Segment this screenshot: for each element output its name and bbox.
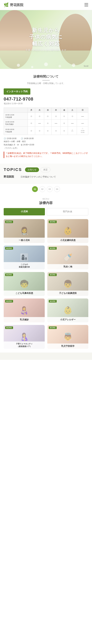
morning-wed: ○ <box>44 113 51 120</box>
schedule-table: 月 火 水 木 金 土 日 10:00-13:00午前診療 ○ ○ ○ ○ ○ … <box>4 108 88 135</box>
table-header-mon: 月 <box>28 108 35 113</box>
topics-section: TOPICS お知らせ 未定 野花医院 日本脳炎ワクチンのご予約について <box>0 164 92 184</box>
logo-icon: 🌿 <box>4 2 9 7</box>
infant-wed: ○ <box>44 120 51 127</box>
infant-checkup-note: 乳幼児健診 月・木・金 14:00〜15:00 <box>4 144 88 146</box>
clinic-name: 野花医院 <box>4 175 18 178</box>
dot-1[interactable]: 01 <box>32 186 38 192</box>
service-infant-label: 乳児予防医学 <box>47 344 88 349</box>
hero-title: 新生児から 子供の病気に 幅広く対応 <box>26 27 66 47</box>
infant-sat: — <box>68 120 77 127</box>
infant-thu: — <box>52 120 60 127</box>
topics-tab-active[interactable]: お知らせ <box>25 168 39 172</box>
afternoon-mon: ○ <box>28 127 35 135</box>
vaccine-note: （ワクチンも可） <box>4 147 88 150</box>
menu-title: 診療内容 <box>4 201 88 205</box>
morning-mon: ○ <box>28 113 35 120</box>
table-header-wed: 水 <box>44 108 51 113</box>
more-badge-breast: MORE <box>5 300 13 302</box>
tab-pediatrics[interactable]: 小児科 <box>4 208 45 216</box>
more-badge-allergy: MORE <box>49 300 57 302</box>
logo: 🌿 野花医院 <box>4 2 23 7</box>
topics-tab-inactive[interactable]: 未定 <box>40 167 50 172</box>
service-developmental-label: こどもの発達支援外来 <box>4 262 45 270</box>
dot-3[interactable]: 03 <box>47 186 52 192</box>
morning-sat: ○ <box>68 113 77 120</box>
dot-4[interactable]: 04 <box>54 186 60 192</box>
table-row-morning: 10:00-13:00午前診療 ○ ○ ○ ○ ○ ○ — <box>4 113 88 120</box>
afternoon-label: 15:00-18:00午後診療 <box>4 127 28 135</box>
hamburger-menu-button[interactable]: ☰ <box>84 2 88 8</box>
hero-title-line2: 子供の病気に <box>26 34 66 40</box>
net-booking-button[interactable]: インターネット予約 <box>4 88 30 95</box>
more-badge-general: MORE <box>5 220 13 223</box>
phone-number: 047-712-9708 <box>4 96 88 102</box>
table-header-sun: 日 <box>77 108 88 113</box>
schedule-section: 診療時間について 予防接種は土曜・日曜を実施しています。 インターネット予約 0… <box>0 69 92 164</box>
afternoon-fri: ○ <box>60 127 68 135</box>
hero-subtitle: 子育ての心ひとときに寄り添います <box>26 49 66 52</box>
morning-label: 10:00-13:00午前診療 <box>4 113 28 120</box>
service-pediatric-disease[interactable]: 👶 MORE 小児皮膚科疾患 <box>47 219 88 243</box>
service-breast-label: 乳児健診 <box>4 317 45 322</box>
afternoon-thu: ○ <box>52 127 60 135</box>
afternoon-sat: △ <box>68 127 77 135</box>
afternoon-sun: □13:0014:00 <box>77 127 88 135</box>
menu-tabs: 小児科 専門外来 <box>4 208 88 216</box>
clinic-news-text: 日本脳炎ワクチンのご予約について <box>20 175 56 178</box>
service-growth-label: 乳幼く検 <box>47 264 88 270</box>
table-header-sat: 土 <box>68 108 77 113</box>
table-header-thu: 木 <box>52 108 60 113</box>
service-infant[interactable]: 👼 MORE 乳児予防医学 <box>47 325 88 349</box>
infant-mon: ○ <box>28 120 35 127</box>
more-badge-developmental: MORE <box>5 247 13 250</box>
infant-fri: ○ <box>60 120 68 127</box>
service-mom[interactable]: 🤱 MORE 子育てとマタニティ（産前産後ケア） <box>4 325 45 349</box>
schedule-subtitle: 予防接種は土曜・日曜を実施しています。 <box>4 82 88 85</box>
schedule-title: 診療時間について <box>4 74 88 80</box>
clinic-info: 野花医院 日本脳炎ワクチンのご予約について <box>4 175 88 178</box>
service-nose-label: 子どもの副鼻腔疾 <box>47 290 88 296</box>
infant-tue: — <box>35 120 44 127</box>
more-badge-mom: MORE <box>5 326 13 329</box>
morning-thu: ○ <box>52 113 60 120</box>
infant-sun: — <box>77 120 88 127</box>
service-pediatric-label: 小児皮膚科疾患 <box>47 238 88 243</box>
service-ear[interactable]: 🧒 MORE こども耳鼻科疾患 <box>4 272 45 296</box>
clock-icon-1: 🕑 <box>4 138 6 140</box>
table-row-afternoon: 15:00-18:00午後診療 ○ ○ ○ ○ ○ △ □13:0014:00 <box>4 127 88 135</box>
holiday-note: 休診日＝火曜・水曜・祝日 <box>4 140 88 143</box>
time-note-1: 🕑 13:00-16:00 🕑 14:00-16:00 <box>4 138 88 140</box>
service-nose[interactable]: 👦 MORE 子どもの副鼻腔疾 <box>47 272 88 296</box>
table-header-fri: 金 <box>60 108 68 113</box>
phone-hours: 電話受付 11:00〜18:00 <box>4 102 88 105</box>
menu-label: MENU <box>4 198 88 200</box>
service-general[interactable]: 👩‍⚕️ MORE 一般小児科 <box>4 219 45 243</box>
service-breast[interactable]: 👩‍🍼 MORE 乳児健診 <box>4 298 45 322</box>
hero-title-line3: 幅広く対応 <box>26 40 66 47</box>
table-row-infant: 14:00-15:00乳幼児健診 ○ — ○ — ○ — — <box>4 120 88 127</box>
table-header-tue: 火 <box>35 108 44 113</box>
service-general-label: 一般小児科 <box>4 238 45 243</box>
dot-2[interactable]: 02 <box>40 186 45 192</box>
header: 🌿 野花医院 ☰ <box>0 0 92 10</box>
morning-sun: — <box>77 113 88 120</box>
service-mom-label: 子育てとマタニティ（産前産後ケア） <box>4 342 45 349</box>
footer-space <box>0 352 92 360</box>
service-growth[interactable]: 🍼 MORE 乳幼く検 <box>47 246 88 270</box>
afternoon-tue: ○ <box>35 127 44 135</box>
table-header-empty <box>4 108 28 113</box>
scroll-hint: Scroll <box>84 65 88 67</box>
more-badge-infant: MORE <box>49 326 57 329</box>
service-allergy[interactable]: 👶 MORE 小児アレルギー <box>47 298 88 322</box>
morning-tue: ○ <box>35 113 44 120</box>
morning-fri: ○ <box>60 113 68 120</box>
service-ear-label: こども耳鼻科疾患 <box>4 290 45 296</box>
infant-label: 14:00-15:00乳幼児健診 <box>4 120 28 127</box>
service-developmental[interactable]: 👩‍👦 MORE こどもの発達支援外来 <box>4 246 45 270</box>
hero-text: 新生児から 子供の病気に 幅広く対応 子育ての心ひとときに寄り添います <box>26 27 66 52</box>
topics-header: TOPICS お知らせ 未定 <box>4 167 88 172</box>
more-badge-ear: MORE <box>5 274 13 276</box>
hero-flowers <box>0 50 92 69</box>
tab-specialty[interactable]: 専門外来 <box>47 208 88 216</box>
